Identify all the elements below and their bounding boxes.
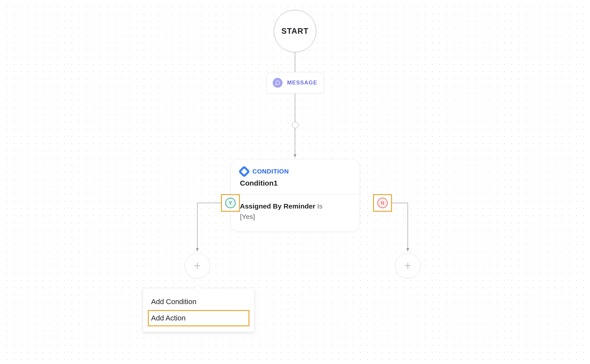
add-node-button-no[interactable]: + xyxy=(395,253,421,279)
popover-item-add-action[interactable]: Add Action xyxy=(148,310,249,326)
condition-icon xyxy=(238,166,250,178)
message-node[interactable]: MESSAGE xyxy=(266,72,324,94)
connector-midpoint[interactable] xyxy=(292,122,299,128)
yes-badge-letter: Y xyxy=(225,198,236,208)
yes-branch-badge[interactable]: Y xyxy=(221,194,240,212)
message-icon xyxy=(273,78,283,88)
add-node-button-yes[interactable]: + xyxy=(185,253,210,279)
start-node[interactable]: START xyxy=(274,10,316,52)
workflow-canvas[interactable]: START MESSAGE CONDITION Condition1 Assig… xyxy=(0,0,590,364)
condition-type-label: CONDITION xyxy=(252,168,289,175)
start-label: START xyxy=(281,27,308,36)
message-label: MESSAGE xyxy=(287,80,317,86)
add-node-popover: Add Condition Add Action xyxy=(143,288,254,332)
plus-icon: + xyxy=(194,260,201,272)
condition-name: Condition1 xyxy=(240,179,350,188)
no-branch-badge[interactable]: N xyxy=(373,194,392,212)
condition-field: Assigned By Reminder xyxy=(240,202,315,210)
condition-value: [Yes] xyxy=(240,213,255,220)
popover-item-add-condition[interactable]: Add Condition xyxy=(148,294,249,310)
condition-node[interactable]: CONDITION Condition1 Assigned By Reminde… xyxy=(230,159,360,232)
condition-expression: Assigned By Reminder Is [Yes] xyxy=(240,201,350,222)
condition-operator: Is xyxy=(317,202,323,210)
condition-header: CONDITION xyxy=(240,167,350,176)
no-badge-letter: N xyxy=(377,198,388,208)
condition-divider xyxy=(231,194,360,194)
plus-icon: + xyxy=(404,260,411,272)
